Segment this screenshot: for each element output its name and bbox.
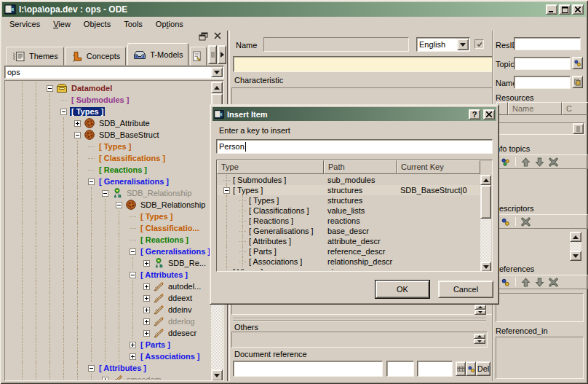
tree-expander-plus[interactable]	[143, 295, 150, 302]
column-type[interactable]: Type	[217, 160, 324, 174]
tree-item[interactable]: [ Associations ]	[6, 350, 211, 362]
tree-item[interactable]: ddeinv	[6, 304, 211, 316]
tree-item[interactable]: [ Classifications ]	[6, 152, 211, 164]
tree-expander-minus[interactable]	[116, 202, 122, 208]
help-button[interactable]: ?	[469, 109, 480, 119]
tab-t-models[interactable]: T-Models	[127, 43, 188, 66]
tree-item[interactable]: autodel...	[6, 281, 211, 292]
dialog-table-row[interactable]: [ Types ]structures	[218, 195, 480, 205]
tree-expander-minus[interactable]	[88, 179, 95, 185]
dialog-table-row[interactable]: [ Classifications ]value_lists	[218, 205, 480, 216]
tree-item[interactable]: ddesecr	[6, 327, 211, 339]
dialog-table-row[interactable]: [ Attributes ]attribute_descr	[218, 236, 480, 246]
tree-item-label[interactable]: ddesecr	[167, 329, 198, 337]
tree-item-label[interactable]: dderlog	[167, 317, 196, 326]
tree-expander-minus[interactable]	[60, 109, 67, 115]
dialog-table-row[interactable]: [ Associations ]relationship_descr	[218, 256, 480, 267]
document-reference-pos-input[interactable]	[417, 361, 453, 377]
document-browse-button[interactable]	[456, 361, 466, 376]
document-reference-input[interactable]	[233, 361, 383, 377]
menu-item-tools[interactable]: Tools	[117, 18, 149, 30]
menu-item-services[interactable]: Services	[3, 18, 47, 30]
tree-expander-plus[interactable]	[143, 260, 150, 267]
document-reference-page-input[interactable]	[386, 361, 414, 377]
language-combobox[interactable]: English	[416, 37, 470, 52]
tree-item[interactable]: SDB_Relationship	[6, 187, 211, 199]
others-spinner[interactable]	[474, 334, 485, 344]
delete-x-icon[interactable]	[548, 277, 559, 288]
column-path[interactable]: Path	[324, 160, 397, 174]
link-pair-icon[interactable]	[500, 216, 511, 227]
spin-down-icon[interactable]	[474, 339, 485, 344]
scroll-right-button[interactable]	[573, 123, 584, 134]
scroll-down-button[interactable]	[480, 262, 491, 272]
language-dropdown-button[interactable]	[457, 39, 469, 50]
references-list[interactable]	[496, 293, 584, 322]
tree-item-label[interactable]: [ Types ]	[139, 212, 174, 221]
document-link-button[interactable]	[466, 361, 476, 376]
tree-expander-minus[interactable]	[130, 248, 136, 255]
scrollbar-thumb[interactable]	[480, 185, 491, 219]
spin-up-icon[interactable]	[474, 334, 485, 339]
float-panel-button[interactable]	[199, 32, 208, 42]
spin-up-icon[interactable]	[474, 305, 486, 310]
tree-item[interactable]: SDB_Relationship	[6, 199, 211, 211]
dialog-table-row[interactable]: [ Reactions ]reactions	[218, 216, 480, 226]
resources-hscrollbar[interactable]	[496, 122, 585, 135]
tree-expander-plus[interactable]	[143, 307, 150, 313]
combobox-dropdown-button[interactable]	[211, 67, 223, 77]
topic-input[interactable]	[514, 57, 571, 70]
key-input[interactable]: Person	[216, 139, 493, 154]
tree-item-label[interactable]: SDB_Relationship	[139, 200, 207, 209]
tree-expander-minus[interactable]	[88, 365, 95, 372]
maximize-button[interactable]	[559, 4, 571, 15]
resid-input[interactable]	[514, 37, 581, 50]
down-arrow-icon[interactable]	[534, 277, 545, 288]
tree-item-label[interactable]: [ Generalisations ]	[139, 247, 211, 256]
tree-item-label[interactable]: smcedom	[125, 375, 163, 380]
menu-item-view[interactable]: View	[47, 18, 77, 30]
scroll-up-button[interactable]	[480, 175, 491, 185]
language-checkbox[interactable]	[474, 39, 484, 49]
tree-item[interactable]: [ Attributes ]	[6, 362, 211, 374]
dialog-table-row[interactable]: [ Submodules ]sub_modules	[218, 175, 480, 185]
delete-x-icon[interactable]	[520, 216, 531, 227]
tree-item[interactable]: [ Types ]	[6, 141, 211, 152]
referenced-in-list[interactable]	[496, 337, 584, 379]
model-combobox[interactable]: ops	[4, 66, 224, 79]
tree-item-label[interactable]: [ Types ]	[70, 107, 105, 116]
tree-item-label[interactable]: SDB_BaseStruct	[98, 130, 161, 139]
resname-copy-button[interactable]	[572, 76, 583, 88]
tree-item[interactable]: SDB_Re...	[6, 257, 211, 269]
resources-col-name[interactable]: Name	[508, 102, 562, 115]
tree-item-label[interactable]: SDB_Attribute	[98, 119, 151, 128]
tree-expander-plus[interactable]	[130, 353, 136, 360]
tab-themes[interactable]: Themes	[6, 47, 64, 66]
dialog-table-scrollbar[interactable]	[480, 175, 491, 272]
delete-x-icon[interactable]	[548, 157, 559, 168]
tree-item-label[interactable]: [ Classificatio...	[139, 224, 201, 232]
menu-item-objects[interactable]: Objects	[77, 18, 117, 30]
descriptors-scrollbar[interactable]	[570, 232, 581, 261]
tree-expander-plus[interactable]	[143, 318, 150, 325]
menu-item-options[interactable]: Options	[149, 18, 190, 30]
document-del-button[interactable]: Del	[476, 361, 490, 376]
tree-item-label[interactable]: [ Attributes ]	[139, 270, 189, 279]
up-arrow-icon[interactable]	[520, 277, 531, 288]
link-balls-icon[interactable]	[500, 157, 511, 168]
spin-down-icon[interactable]	[474, 310, 486, 315]
tree-item[interactable]: [ Classificatio...	[6, 222, 211, 234]
tree-item-label[interactable]: [ Types ]	[98, 142, 132, 151]
topic-pick-button[interactable]	[572, 57, 583, 69]
tab-more[interactable]	[190, 47, 207, 66]
tree-item-label[interactable]: autodel...	[167, 282, 202, 291]
tree-item-label[interactable]: ddeext	[167, 294, 194, 302]
tree-expander-plus[interactable]	[130, 342, 136, 348]
tree-expander-plus[interactable]	[143, 283, 150, 290]
tree-item[interactable]: [ Parts ]	[6, 339, 211, 350]
tree-item-label[interactable]: [ Parts ]	[139, 340, 172, 349]
close-panel-icon[interactable]	[214, 32, 221, 41]
tree-item-label[interactable]: SDB_Relationship	[125, 189, 193, 197]
title-bar[interactable]: I:\opa\opa.dev : ops - ODE	[2, 2, 586, 17]
tree-item[interactable]: [ Submodules ]	[6, 94, 211, 106]
